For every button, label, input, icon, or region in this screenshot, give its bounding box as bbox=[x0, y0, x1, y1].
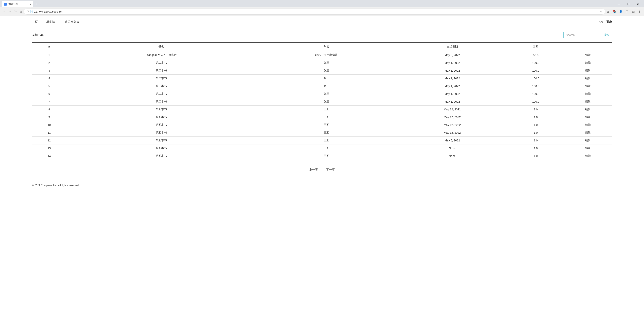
url-text: 127.0.0.1:8000/book_list bbox=[34, 10, 62, 13]
cell-price: 100.0 bbox=[508, 90, 564, 98]
cell-author: 王五 bbox=[256, 106, 397, 113]
table-row: 4 第二本书 张三 May 1, 2022 100.0 编辑 bbox=[32, 75, 612, 82]
cell-title: 第五本书 bbox=[66, 129, 256, 137]
cell-author: 王五 bbox=[256, 144, 397, 152]
nav-book-list[interactable]: 书籍列表 bbox=[44, 20, 56, 24]
translate-btn[interactable]: T bbox=[624, 9, 630, 14]
cell-pub-date: May 1, 2022 bbox=[397, 82, 508, 90]
cell-id: 9 bbox=[32, 113, 66, 121]
edit-link[interactable]: 编辑 bbox=[585, 146, 591, 150]
nav-home[interactable]: 主页 bbox=[32, 20, 38, 24]
back-btn[interactable]: ← bbox=[2, 9, 7, 14]
cell-action[interactable]: 编辑 bbox=[564, 59, 612, 67]
cell-id: 7 bbox=[32, 98, 66, 106]
cell-action[interactable]: 编辑 bbox=[564, 152, 612, 160]
edit-link[interactable]: 编辑 bbox=[585, 77, 591, 80]
cell-action[interactable]: 编辑 bbox=[564, 90, 612, 98]
edit-link[interactable]: 编辑 bbox=[585, 108, 591, 111]
security-icon: 🛡 bbox=[26, 10, 29, 13]
cell-id: 1 bbox=[32, 51, 66, 59]
edit-link[interactable]: 编辑 bbox=[585, 154, 591, 157]
cell-price: 1.0 bbox=[508, 137, 564, 144]
cell-pub-date: May 8, 2022 bbox=[397, 51, 508, 59]
forward-btn[interactable]: → bbox=[7, 9, 13, 14]
book-table: # 书名 作者 出版日期 定价 1 Django开发从入门到实践 段艺，涂伟忠编… bbox=[32, 42, 612, 160]
search-input[interactable] bbox=[563, 32, 599, 38]
cell-action[interactable]: 编辑 bbox=[564, 106, 612, 113]
table-row: 14 第五本书 王五 None 1.0 编辑 bbox=[32, 152, 612, 160]
cell-title: 第二本书 bbox=[66, 59, 256, 67]
cell-id: 11 bbox=[32, 129, 66, 137]
edit-link[interactable]: 编辑 bbox=[585, 53, 591, 57]
nav-category-list[interactable]: 书籍分类列表 bbox=[62, 20, 80, 24]
pagination: 上一页 下一页 bbox=[32, 166, 612, 174]
cell-price: 1.0 bbox=[508, 129, 564, 137]
cell-title: 第五本书 bbox=[66, 113, 256, 121]
edit-link[interactable]: 编辑 bbox=[585, 92, 591, 95]
cell-title: 第五本书 bbox=[66, 137, 256, 144]
extensions-btn[interactable]: ⊞ bbox=[605, 9, 610, 14]
cell-price: 1.0 bbox=[508, 121, 564, 129]
cell-action[interactable]: 编辑 bbox=[564, 129, 612, 137]
browser-tab[interactable]: 书籍列表 × bbox=[2, 1, 34, 7]
cell-author: 张三 bbox=[256, 98, 397, 106]
cell-price: 59.0 bbox=[508, 51, 564, 59]
new-tab-btn[interactable]: + bbox=[34, 2, 39, 7]
edit-link[interactable]: 编辑 bbox=[585, 84, 591, 88]
edit-link[interactable]: 编辑 bbox=[585, 139, 591, 142]
cell-price: 100.0 bbox=[508, 59, 564, 67]
browser-chrome: 书籍列表 × + — ❐ ✕ ← → ↻ ⌂ 🛡 📄 127.0.0.1:800… bbox=[0, 0, 644, 16]
url-bar[interactable]: 🛡 📄 127.0.0.1:8000/book_list ☆ bbox=[24, 9, 605, 15]
table-row: 5 第二本书 张三 May 1, 2022 100.0 编辑 bbox=[32, 82, 612, 90]
cell-price: 100.0 bbox=[508, 67, 564, 75]
cell-pub-date: May 1, 2022 bbox=[397, 90, 508, 98]
edit-link[interactable]: 编辑 bbox=[585, 100, 591, 103]
bookmark-btn[interactable]: 📚 bbox=[612, 9, 617, 14]
star-icon[interactable]: ☆ bbox=[600, 10, 602, 13]
refresh-btn[interactable]: ↻ bbox=[13, 9, 18, 14]
cell-action[interactable]: 编辑 bbox=[564, 121, 612, 129]
profile-btn[interactable]: 👤 bbox=[618, 9, 623, 14]
edit-link[interactable]: 编辑 bbox=[585, 69, 591, 72]
edit-link[interactable]: 编辑 bbox=[585, 123, 591, 126]
cell-price: 1.0 bbox=[508, 106, 564, 113]
cell-price: 100.0 bbox=[508, 75, 564, 82]
col-price: 定价 bbox=[508, 42, 564, 51]
cell-author: 王五 bbox=[256, 129, 397, 137]
cell-pub-date: May 1, 2022 bbox=[397, 75, 508, 82]
cell-pub-date: None bbox=[397, 144, 508, 152]
minimize-btn[interactable]: — bbox=[614, 1, 623, 7]
logout-btn[interactable]: 退出 bbox=[606, 20, 612, 24]
search-button[interactable]: 搜索 bbox=[601, 32, 612, 38]
prev-page-btn[interactable]: 上一页 bbox=[309, 168, 318, 172]
sidebar-btn[interactable]: ▤ bbox=[630, 9, 636, 14]
main-content: 添加书籍 搜索 # 书名 作者 出版日期 定价 1 bbox=[0, 28, 644, 178]
menu-btn[interactable]: ⋮ bbox=[637, 9, 642, 14]
cell-title: 第二本书 bbox=[66, 75, 256, 82]
page-content: 主页 书籍列表 书籍分类列表 user 退出 添加书籍 搜索 # 书名 作者 出… bbox=[0, 16, 644, 336]
restore-btn[interactable]: ❐ bbox=[624, 1, 633, 7]
home-btn[interactable]: ⌂ bbox=[18, 9, 24, 14]
cell-action[interactable]: 编辑 bbox=[564, 51, 612, 59]
cell-author: 张三 bbox=[256, 75, 397, 82]
table-row: 2 第二本书 张三 May 1, 2022 100.0 编辑 bbox=[32, 59, 612, 67]
cell-action[interactable]: 编辑 bbox=[564, 137, 612, 144]
edit-link[interactable]: 编辑 bbox=[585, 115, 591, 119]
cell-action[interactable]: 编辑 bbox=[564, 67, 612, 75]
tab-close-btn[interactable]: × bbox=[30, 3, 31, 6]
close-btn[interactable]: ✕ bbox=[633, 1, 642, 7]
cell-action[interactable]: 编辑 bbox=[564, 113, 612, 121]
edit-link[interactable]: 编辑 bbox=[585, 61, 591, 64]
next-page-btn[interactable]: 下一页 bbox=[326, 168, 335, 172]
add-book-btn[interactable]: 添加书籍 bbox=[32, 33, 44, 37]
cell-action[interactable]: 编辑 bbox=[564, 144, 612, 152]
cell-action[interactable]: 编辑 bbox=[564, 75, 612, 82]
cell-action[interactable]: 编辑 bbox=[564, 82, 612, 90]
cell-action[interactable]: 编辑 bbox=[564, 98, 612, 106]
cell-title: 第五本书 bbox=[66, 152, 256, 160]
cell-author: 段艺，涂伟忠编著 bbox=[256, 51, 397, 59]
cell-author: 张三 bbox=[256, 67, 397, 75]
cell-price: 1.0 bbox=[508, 144, 564, 152]
edit-link[interactable]: 编辑 bbox=[585, 131, 591, 134]
cell-id: 5 bbox=[32, 82, 66, 90]
